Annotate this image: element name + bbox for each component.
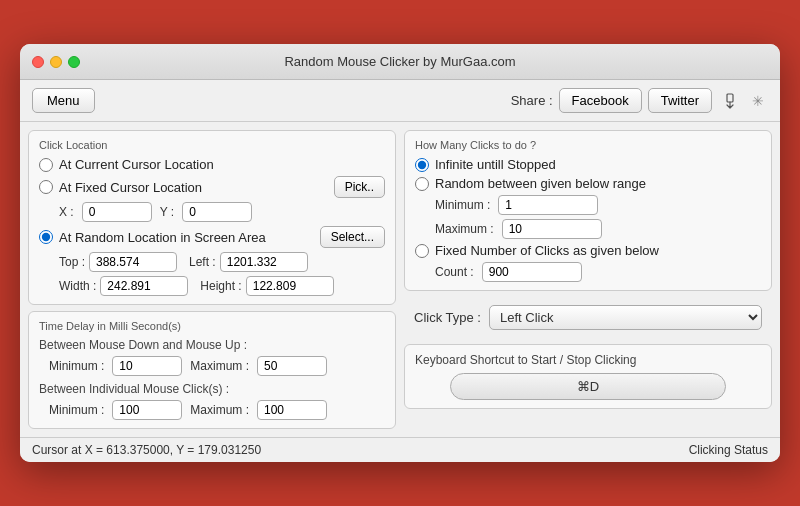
individual-click-row: Minimum : Maximum :	[49, 400, 385, 420]
random-location-label: At Random Location in Screen Area	[59, 230, 266, 245]
mouse-down-up-row: Minimum : Maximum :	[49, 356, 385, 376]
titlebar: Random Mouse Clicker by MurGaa.com	[20, 44, 780, 80]
fixed-location-row: At Fixed Cursor Location Pick..	[39, 176, 385, 198]
height-label: Height :	[200, 279, 241, 293]
click-type-row: Click Type : Left Click Right Click Doub…	[404, 297, 772, 338]
cursor-location-radio[interactable]	[39, 158, 53, 172]
range-max-input[interactable]	[502, 219, 602, 239]
xy-row: X : Y :	[59, 202, 385, 222]
click-location-title: Click Location	[39, 139, 385, 151]
share-icon[interactable]	[718, 89, 742, 113]
share-area: Share : Facebook Twitter ✳	[511, 88, 768, 113]
infinite-row: Infinite untill Stopped	[415, 157, 761, 172]
y-input[interactable]	[182, 202, 252, 222]
height-field: Height :	[200, 276, 333, 296]
twitter-button[interactable]: Twitter	[648, 88, 712, 113]
width-field: Width :	[59, 276, 188, 296]
fixed-location-radio[interactable]	[39, 180, 53, 194]
mouse-down-up-title: Between Mouse Down and Mouse Up :	[39, 338, 385, 352]
fixed-count-row: Fixed Number of Clicks as given below	[415, 243, 761, 258]
random-range-max-row: Maximum :	[435, 219, 761, 239]
down-max-input[interactable]	[257, 356, 327, 376]
click-min-input[interactable]	[112, 400, 182, 420]
how-many-title: How Many Clicks to do ?	[415, 139, 761, 151]
x-label: X :	[59, 205, 74, 219]
keyboard-shortcut-title: Keyboard Shortcut to Start / Stop Clicki…	[415, 353, 761, 367]
click-max-input[interactable]	[257, 400, 327, 420]
pick-button[interactable]: Pick..	[334, 176, 385, 198]
cursor-location-row: At Current Cursor Location	[39, 157, 385, 172]
location-fields: Top : Left : Width : Height :	[59, 252, 385, 296]
share-label: Share :	[511, 93, 553, 108]
facebook-button[interactable]: Facebook	[559, 88, 642, 113]
spinner-icon: ✳	[748, 91, 768, 111]
width-label: Width :	[59, 279, 96, 293]
individual-click-title: Between Individual Mouse Click(s) :	[39, 382, 385, 396]
minimize-button[interactable]	[50, 56, 62, 68]
down-max-label: Maximum :	[190, 359, 249, 373]
menu-button[interactable]: Menu	[32, 88, 95, 113]
range-max-label: Maximum :	[435, 222, 494, 236]
infinite-radio[interactable]	[415, 158, 429, 172]
down-min-label: Minimum :	[49, 359, 104, 373]
random-range-radio[interactable]	[415, 177, 429, 191]
random-location-row: At Random Location in Screen Area Select…	[39, 226, 385, 248]
left-input[interactable]	[220, 252, 308, 272]
left-panel: Click Location At Current Cursor Locatio…	[28, 130, 396, 429]
top-field: Top :	[59, 252, 177, 272]
select-button[interactable]: Select...	[320, 226, 385, 248]
keyboard-shortcut-button[interactable]: ⌘D	[450, 373, 727, 400]
count-row: Count :	[435, 262, 761, 282]
left-label: Left :	[189, 255, 216, 269]
cursor-location-label: At Current Cursor Location	[59, 157, 214, 172]
top-label: Top :	[59, 255, 85, 269]
toolbar: Menu Share : Facebook Twitter ✳	[20, 80, 780, 122]
click-type-label: Click Type :	[414, 310, 481, 325]
width-input[interactable]	[100, 276, 188, 296]
infinite-label: Infinite untill Stopped	[435, 157, 556, 172]
fixed-location-label: At Fixed Cursor Location	[59, 180, 202, 195]
height-input[interactable]	[246, 276, 334, 296]
maximize-button[interactable]	[68, 56, 80, 68]
keyboard-shortcut-section: Keyboard Shortcut to Start / Stop Clicki…	[404, 344, 772, 409]
main-window: Random Mouse Clicker by MurGaa.com Menu …	[20, 44, 780, 462]
click-max-label: Maximum :	[190, 403, 249, 417]
top-input[interactable]	[89, 252, 177, 272]
count-label: Count :	[435, 265, 474, 279]
click-min-label: Minimum :	[49, 403, 104, 417]
random-location-radio[interactable]	[39, 230, 53, 244]
fixed-count-label: Fixed Number of Clicks as given below	[435, 243, 659, 258]
count-input[interactable]	[482, 262, 582, 282]
random-range-min-row: Minimum :	[435, 195, 761, 215]
down-min-input[interactable]	[112, 356, 182, 376]
cursor-status: Cursor at X = 613.375000, Y = 179.031250	[32, 443, 261, 457]
traffic-lights	[32, 56, 80, 68]
clicking-status: Clicking Status	[689, 443, 768, 457]
time-delay-title: Time Delay in Milli Second(s)	[39, 320, 385, 332]
time-delay-section: Time Delay in Milli Second(s) Between Mo…	[28, 311, 396, 429]
left-field: Left :	[189, 252, 308, 272]
right-panel: How Many Clicks to do ? Infinite untill …	[404, 130, 772, 429]
x-input[interactable]	[82, 202, 152, 222]
status-bar: Cursor at X = 613.375000, Y = 179.031250…	[20, 437, 780, 462]
range-min-input[interactable]	[498, 195, 598, 215]
random-range-label: Random between given below range	[435, 176, 646, 191]
click-type-select[interactable]: Left Click Right Click Double Click Midd…	[489, 305, 762, 330]
close-button[interactable]	[32, 56, 44, 68]
svg-rect-0	[727, 94, 733, 102]
random-range-row: Random between given below range	[415, 176, 761, 191]
fixed-count-radio[interactable]	[415, 244, 429, 258]
range-min-label: Minimum :	[435, 198, 490, 212]
click-location-section: Click Location At Current Cursor Locatio…	[28, 130, 396, 305]
y-label: Y :	[160, 205, 174, 219]
main-content: Click Location At Current Cursor Locatio…	[20, 122, 780, 437]
how-many-clicks-section: How Many Clicks to do ? Infinite untill …	[404, 130, 772, 291]
window-title: Random Mouse Clicker by MurGaa.com	[284, 54, 515, 69]
